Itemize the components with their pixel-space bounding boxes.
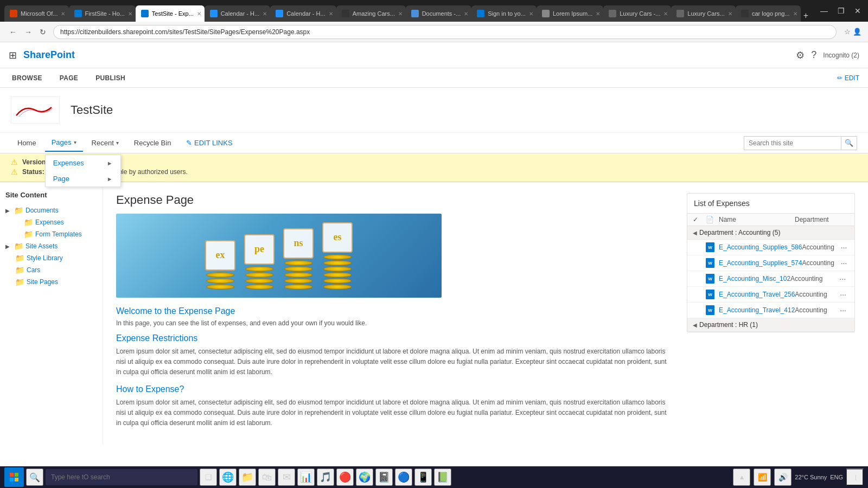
- close-window-button[interactable]: ✕: [852, 5, 864, 16]
- dropdown-item-page[interactable]: Page ►: [46, 171, 120, 187]
- reload-button[interactable]: ↻: [37, 27, 49, 37]
- nav-recent[interactable]: Recent ▾: [85, 134, 125, 151]
- tab-close-sign[interactable]: ✕: [529, 11, 533, 17]
- row-icon-2: W: [706, 258, 719, 268]
- row-more-1[interactable]: ···: [839, 243, 849, 252]
- nav-edit-links[interactable]: ✎ EDIT LINKS: [180, 134, 239, 151]
- label-documents: Documents: [25, 207, 59, 214]
- label-expenses: Expenses: [35, 219, 64, 226]
- group-header-accounting[interactable]: ◀ Department : Accounting (5): [687, 226, 854, 240]
- waffle-icon[interactable]: ⊞: [9, 49, 17, 61]
- tab-cars[interactable]: Amazing Cars... ✕: [336, 5, 406, 22]
- expense-row-3[interactable]: W E_Accounting_Misc_102 Accounting ···: [687, 271, 854, 287]
- settings-icon[interactable]: ⚙: [796, 49, 805, 61]
- tab-docs[interactable]: Documents -... ✕: [406, 5, 472, 22]
- row-icon-3: W: [706, 274, 719, 284]
- tab-testsite[interactable]: TestSite - Exp... ✕: [136, 5, 205, 22]
- nav-recycle-bin[interactable]: Recycle Bin: [127, 134, 178, 151]
- tab-close-lorem[interactable]: ✕: [596, 11, 600, 17]
- tab-close-carlogo[interactable]: ✕: [793, 11, 797, 17]
- tab-lorem[interactable]: Lorem Ipsum... ✕: [537, 5, 603, 22]
- group-header-hr[interactable]: ◀ Department : HR (1): [687, 318, 854, 332]
- nav-home[interactable]: Home: [11, 134, 43, 151]
- browse-button[interactable]: BROWSE: [9, 72, 46, 84]
- doc-icon-5: W: [706, 305, 714, 315]
- row-icon-1: W: [706, 242, 719, 252]
- tab-favicon-carlogo: [741, 10, 749, 17]
- tab-cal1[interactable]: Calendar - H... ✕: [205, 5, 271, 22]
- tab-label-ms: Microsoft Of...: [21, 10, 58, 17]
- help-icon[interactable]: ?: [811, 49, 816, 61]
- sidebar-item-expenses[interactable]: 📁 Expenses: [15, 216, 97, 228]
- row-name-5[interactable]: E_Accounting_Travel_412: [719, 306, 795, 314]
- tab-ms[interactable]: Microsoft Of... ✕: [4, 5, 69, 22]
- tab-close-luxury2[interactable]: ✕: [728, 11, 732, 17]
- row-more-3[interactable]: ···: [836, 274, 849, 283]
- edit-button[interactable]: ✏ EDIT: [837, 74, 859, 82]
- expense-row-2[interactable]: W E_Accounting_Supplies_574 Accounting ·…: [687, 255, 854, 271]
- row-more-5[interactable]: ···: [837, 306, 849, 314]
- expense-row-1[interactable]: W E_Accounting_Supplies_586 Accounting ·…: [687, 240, 854, 255]
- tab-luxury1[interactable]: Luxury Cars -... ✕: [603, 5, 671, 22]
- tab-close-cal1[interactable]: ✕: [263, 11, 267, 17]
- sidebar-item-cars[interactable]: 📁 Cars: [15, 264, 97, 276]
- site-search-button[interactable]: 🔍: [841, 136, 857, 150]
- row-name-2[interactable]: E_Accounting_Supplies_574: [719, 259, 802, 267]
- tab-label-lorem: Lorem Ipsum...: [553, 10, 592, 17]
- back-button[interactable]: ←: [7, 27, 20, 37]
- tab-close-docs[interactable]: ✕: [464, 11, 468, 17]
- restore-button[interactable]: ❐: [835, 5, 847, 16]
- row-more-4[interactable]: ···: [837, 290, 849, 299]
- tab-close-cal2[interactable]: ✕: [329, 11, 333, 17]
- group-chevron-accounting: ◀: [693, 230, 697, 236]
- tab-close-firstsite[interactable]: ✕: [128, 11, 132, 17]
- label-site-pages: Site Pages: [27, 278, 58, 286]
- nav-pages[interactable]: Pages ▾ Expenses ► Page ►: [45, 134, 83, 152]
- sidebar-item-documents[interactable]: ▶ 📁 Documents: [5, 204, 97, 216]
- site-search-input[interactable]: [744, 136, 841, 150]
- sidebar-item-site-assets[interactable]: ▶ 📁 Site Assets: [5, 240, 97, 252]
- how-text: Lorem ipsum dolor sit amet, consectetur …: [116, 397, 671, 429]
- tab-favicon-luxury1: [609, 10, 616, 17]
- warning-banner: ⚠ Version: 3.4 ⚠ Status: Checked in and …: [0, 153, 868, 182]
- welcome-title: Welcome to the Expense Page: [116, 306, 671, 316]
- expense-row-4[interactable]: W E_Accounting_Travel_256 Accounting ···: [687, 287, 854, 303]
- tab-luxury2[interactable]: Luxury Cars... ✕: [671, 5, 736, 22]
- tab-cal2[interactable]: Calendar - H... ✕: [270, 5, 336, 22]
- address-bar-row: ← → ↻ ☆ 👤: [0, 22, 868, 42]
- site-title: TestSite: [71, 103, 113, 117]
- tab-carlogo[interactable]: car logo png... ✕: [736, 5, 801, 22]
- tab-close-ms[interactable]: ✕: [61, 11, 65, 17]
- row-name-3[interactable]: E_Accounting_Misc_102: [719, 275, 790, 282]
- tab-close-cars[interactable]: ✕: [398, 11, 403, 17]
- coin-4b: [323, 260, 352, 266]
- tab-sign[interactable]: Sign in to yo... ✕: [471, 5, 537, 22]
- doc-icon-3: W: [706, 274, 714, 284]
- sidebar-item-site-pages[interactable]: 📁 Site Pages: [15, 276, 97, 288]
- sidebar-item-style-library[interactable]: 📁 Style Library: [15, 252, 97, 264]
- publish-button[interactable]: PUBLISH: [92, 72, 129, 84]
- site-logo: [11, 97, 60, 124]
- coin-stack-2: pe: [244, 234, 275, 290]
- coin-stack-4: es: [322, 222, 353, 290]
- coin-3a: [284, 260, 312, 266]
- row-more-2[interactable]: ···: [839, 259, 849, 267]
- tab-firstsite[interactable]: FirstSite - Ho... ✕: [69, 5, 136, 22]
- expense-row-5[interactable]: W E_Accounting_Travel_412 Accounting ···: [687, 303, 854, 318]
- address-input[interactable]: [53, 25, 837, 39]
- ribbon-right: ✏ EDIT: [837, 74, 859, 82]
- page-button[interactable]: PAGE: [56, 72, 81, 84]
- profile-icon[interactable]: 👤: [853, 28, 861, 36]
- bookmark-icon[interactable]: ☆: [844, 28, 851, 36]
- row-name-4[interactable]: E_Accounting_Travel_256: [719, 291, 795, 298]
- minimize-button[interactable]: —: [818, 5, 831, 16]
- logo-image: [14, 99, 57, 121]
- dropdown-item-expenses[interactable]: Expenses ►: [46, 155, 120, 171]
- row-name-1[interactable]: E_Accounting_Supplies_586: [719, 243, 802, 251]
- forward-button[interactable]: →: [22, 27, 35, 37]
- new-tab-button[interactable]: +: [801, 10, 811, 22]
- tab-close-luxury1[interactable]: ✕: [663, 11, 668, 17]
- sidebar-item-form-templates[interactable]: 📁 Form Templates: [15, 228, 97, 240]
- tab-label-docs: Documents -...: [422, 10, 461, 17]
- tab-close-testsite[interactable]: ✕: [197, 11, 201, 17]
